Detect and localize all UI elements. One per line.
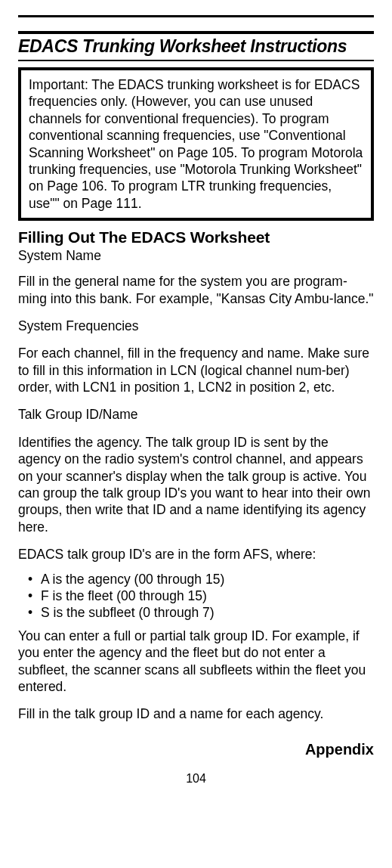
top-rule-1 [18,15,374,17]
para-talk-group: Identifies the agency. The talk group ID… [18,434,374,535]
title-underline [18,60,374,61]
label-system-name: System Name [18,248,374,264]
page-number: 104 [18,772,374,786]
label-system-frequencies: System Frequencies [18,318,374,334]
para-system-name: Fill in the general name for the system … [18,273,374,307]
important-note-box: Important: The EDACS trunking worksheet … [18,67,374,221]
page-title: EDACS Trunking Worksheet Instructions [18,36,374,57]
appendix-label: Appendix [18,741,374,758]
para-fill-in: Fill in the talk group ID and a name for… [18,705,374,722]
para-system-frequencies: For each channel, fill in the frequency … [18,345,374,395]
list-item: F is the fleet (00 through 15) [18,587,374,604]
para-partial-id: You can enter a full or partial talk gro… [18,628,374,696]
label-talk-group: Talk Group ID/Name [18,406,374,423]
afs-bullet-list: A is the agency (00 through 15) F is the… [18,571,374,622]
subheading-filling-out: Filling Out The EDACS Worksheet [18,228,374,246]
list-item: S is the subfleet (0 through 7) [18,604,374,621]
top-rule-2 [18,31,374,34]
para-afs-intro: EDACS talk group ID's are in the form AF… [18,546,374,563]
list-item: A is the agency (00 through 15) [18,571,374,587]
